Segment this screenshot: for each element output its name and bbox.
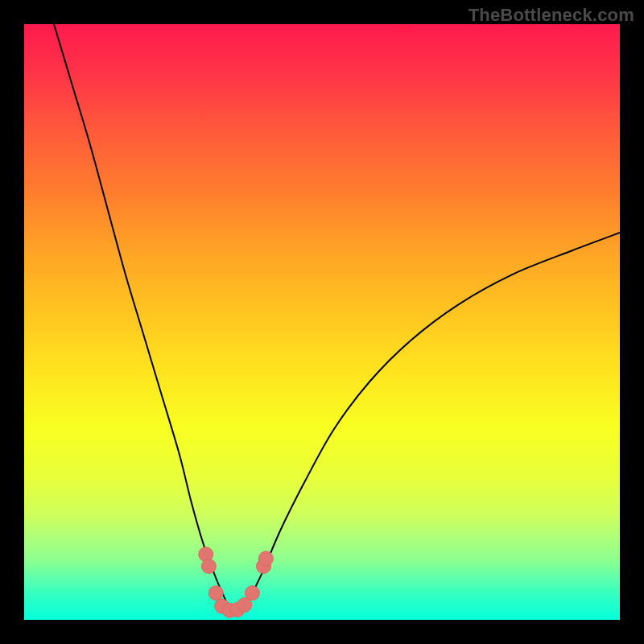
watermark-text: TheBottleneck.com — [469, 5, 634, 26]
curve-marker — [245, 586, 259, 601]
curve-marker — [208, 586, 223, 601]
bottleneck-curve — [54, 24, 620, 611]
marker-group — [199, 547, 274, 618]
curve-marker — [258, 551, 273, 566]
chart-frame: TheBottleneck.com — [0, 0, 644, 644]
chart-plot-area — [24, 24, 620, 620]
chart-svg — [24, 24, 620, 620]
curve-marker — [201, 559, 216, 573]
